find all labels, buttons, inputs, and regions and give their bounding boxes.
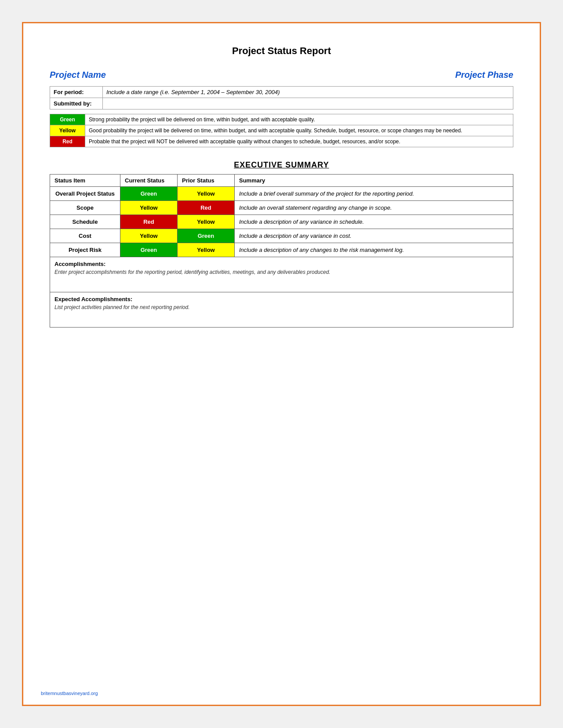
expected-accomplishments-title: Expected Accomplishments: bbox=[54, 296, 509, 302]
legend-yellow-desc: Good probability the project will be del… bbox=[85, 125, 513, 136]
project-phase-label: Project Phase bbox=[455, 70, 513, 80]
legend-red-label: Red bbox=[50, 136, 85, 147]
footer-link[interactable]: britemnustbasvineyard.org bbox=[41, 691, 98, 696]
legend-row-green: Green Strong probability the project wil… bbox=[50, 114, 513, 125]
prior-status-3: Green bbox=[178, 229, 235, 243]
table-row: Overall Project Status Green Yellow Incl… bbox=[50, 187, 513, 201]
footer: britemnustbasvineyard.org bbox=[41, 691, 98, 696]
summary-1: Include an overall statement regarding a… bbox=[235, 201, 513, 215]
current-status-0: Green bbox=[120, 187, 178, 201]
for-period-value: Include a date range (i.e. September 1, … bbox=[103, 87, 513, 98]
summary-0: Include a brief overall summary of the p… bbox=[235, 187, 513, 201]
legend-green-desc: Strong probability the project will be d… bbox=[85, 114, 513, 125]
status-item-1: Scope bbox=[50, 201, 120, 215]
table-row: Cost Yellow Green Include a description … bbox=[50, 229, 513, 243]
submitted-by-label: Submitted by: bbox=[50, 98, 103, 109]
legend-green-label: Green bbox=[50, 114, 85, 125]
executive-summary-title: EXECUTIVE SUMMARY bbox=[50, 160, 513, 170]
table-row: Project Risk Green Yellow Include a desc… bbox=[50, 243, 513, 257]
current-status-4: Green bbox=[120, 243, 178, 257]
for-period-label: For period: bbox=[50, 87, 103, 98]
main-title: Project Status Report bbox=[50, 45, 513, 57]
legend-row-yellow: Yellow Good probability the project will… bbox=[50, 125, 513, 136]
col-current-status: Current Status bbox=[120, 175, 178, 187]
expected-accomplishments-section: Expected Accomplishments: List project a… bbox=[50, 292, 513, 328]
project-name-label: Project Name bbox=[50, 70, 106, 80]
legend-row-red: Red Probable that the project will NOT b… bbox=[50, 136, 513, 147]
table-row: Schedule Red Yellow Include a descriptio… bbox=[50, 215, 513, 229]
table-row: Scope Yellow Red Include an overall stat… bbox=[50, 201, 513, 215]
current-status-1: Yellow bbox=[120, 201, 178, 215]
col-status-item: Status Item bbox=[50, 175, 120, 187]
status-item-2: Schedule bbox=[50, 215, 120, 229]
accomplishments-title: Accomplishments: bbox=[54, 261, 509, 267]
status-item-4: Project Risk bbox=[50, 243, 120, 257]
legend-table: Green Strong probability the project wil… bbox=[50, 114, 513, 147]
submitted-by-value bbox=[103, 98, 513, 109]
prior-status-2: Yellow bbox=[178, 215, 235, 229]
prior-status-1: Red bbox=[178, 201, 235, 215]
prior-status-4: Yellow bbox=[178, 243, 235, 257]
executive-summary-table: Status Item Current Status Prior Status … bbox=[50, 174, 513, 257]
status-item-0: Overall Project Status bbox=[50, 187, 120, 201]
col-summary: Summary bbox=[235, 175, 513, 187]
col-prior-status: Prior Status bbox=[178, 175, 235, 187]
accomplishments-text: Enter project accomplishments for the re… bbox=[54, 269, 509, 275]
info-table: For period: Include a date range (i.e. S… bbox=[50, 86, 513, 109]
legend-yellow-label: Yellow bbox=[50, 125, 85, 136]
current-status-3: Yellow bbox=[120, 229, 178, 243]
status-item-3: Cost bbox=[50, 229, 120, 243]
current-status-2: Red bbox=[120, 215, 178, 229]
report-page: Project Status Report Project Name Proje… bbox=[22, 22, 541, 706]
accomplishments-section: Accomplishments: Enter project accomplis… bbox=[50, 257, 513, 292]
summary-3: Include a description of any variance in… bbox=[235, 229, 513, 243]
prior-status-0: Yellow bbox=[178, 187, 235, 201]
expected-accomplishments-text: List project activities planned for the … bbox=[54, 304, 509, 310]
legend-red-desc: Probable that the project will NOT be de… bbox=[85, 136, 513, 147]
summary-2: Include a description of any variance in… bbox=[235, 215, 513, 229]
summary-4: Include a description of any changes to … bbox=[235, 243, 513, 257]
project-header: Project Name Project Phase bbox=[50, 70, 513, 80]
